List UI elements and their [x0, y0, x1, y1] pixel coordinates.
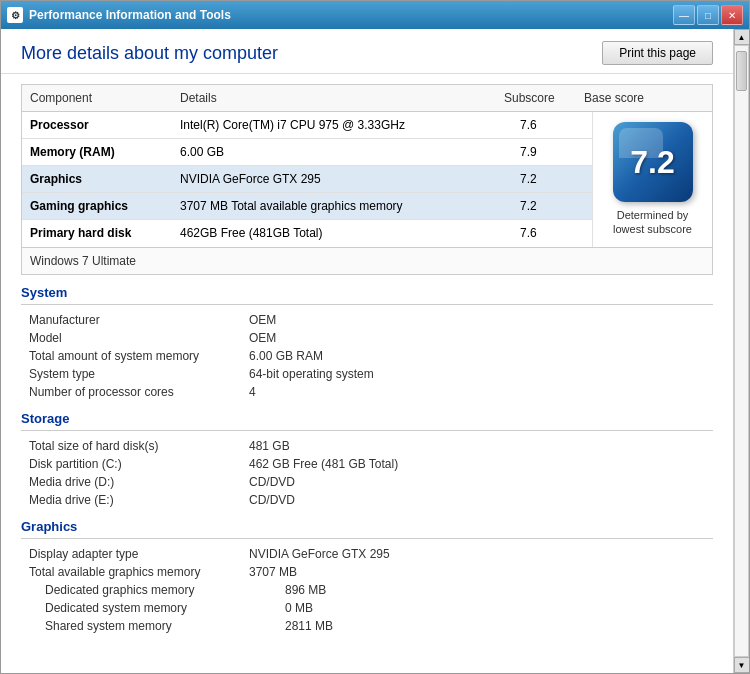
performance-table: Component Details Subscore Base score Pr…	[21, 84, 713, 275]
main-content: More details about my computer Print thi…	[1, 29, 733, 673]
row-component: Memory (RAM)	[22, 139, 172, 165]
info-label: Number of processor cores	[29, 385, 249, 399]
maximize-button[interactable]: □	[697, 5, 719, 25]
print-button[interactable]: Print this page	[602, 41, 713, 65]
content-area: More details about my computer Print thi…	[1, 29, 749, 673]
info-value: 4	[249, 385, 705, 399]
storage-section-title: Storage	[21, 411, 713, 431]
info-row: Total amount of system memory 6.00 GB RA…	[21, 347, 713, 365]
page-header: More details about my computer Print thi…	[1, 29, 733, 74]
info-row: Disk partition (C:) 462 GB Free (481 GB …	[21, 455, 713, 473]
system-section: System Manufacturer OEM Model OEM Total …	[21, 285, 713, 401]
col-subscore: Subscore	[504, 91, 584, 105]
info-value: 462 GB Free (481 GB Total)	[249, 457, 705, 471]
info-value: 481 GB	[249, 439, 705, 453]
close-button[interactable]: ✕	[721, 5, 743, 25]
info-value: 3707 MB	[249, 565, 705, 579]
info-row: Media drive (E:) CD/DVD	[21, 491, 713, 509]
info-value: 6.00 GB RAM	[249, 349, 705, 363]
info-row: Total size of hard disk(s) 481 GB	[21, 437, 713, 455]
table-row: Gaming graphics 3707 MB Total available …	[22, 193, 592, 220]
col-component: Component	[30, 91, 180, 105]
system-section-title: System	[21, 285, 713, 305]
row-subscore: 7.2	[512, 166, 592, 192]
row-subscore: 7.2	[512, 193, 592, 219]
row-component: Primary hard disk	[22, 220, 172, 246]
info-row: System type 64-bit operating system	[21, 365, 713, 383]
info-row: Shared system memory 2811 MB	[21, 617, 713, 635]
page-title: More details about my computer	[21, 43, 278, 64]
title-bar-buttons: — □ ✕	[673, 5, 743, 25]
table-row: Processor Intel(R) Core(TM) i7 CPU 975 @…	[22, 112, 592, 139]
info-label: Dedicated graphics memory	[45, 583, 285, 597]
info-label: Shared system memory	[45, 619, 285, 633]
info-value: 2811 MB	[285, 619, 705, 633]
window-icon: ⚙	[7, 7, 23, 23]
row-details: NVIDIA GeForce GTX 295	[172, 166, 512, 192]
info-row: Dedicated system memory 0 MB	[21, 599, 713, 617]
graphics-section-title: Graphics	[21, 519, 713, 539]
scroll-thumb[interactable]	[736, 51, 747, 91]
graphics-section: Graphics Display adapter type NVIDIA GeF…	[21, 519, 713, 635]
info-label: Display adapter type	[29, 547, 249, 561]
scroll-down-arrow[interactable]: ▼	[734, 657, 750, 673]
info-row: Total available graphics memory 3707 MB	[21, 563, 713, 581]
row-component: Gaming graphics	[22, 193, 172, 219]
row-component: Processor	[22, 112, 172, 138]
table-row: Memory (RAM) 6.00 GB 7.9	[22, 139, 592, 166]
table-header: Component Details Subscore Base score	[22, 85, 712, 112]
info-row: Model OEM	[21, 329, 713, 347]
info-row: Dedicated graphics memory 896 MB	[21, 581, 713, 599]
info-value: NVIDIA GeForce GTX 295	[249, 547, 705, 561]
col-base-score: Base score	[584, 91, 704, 105]
row-details: 462GB Free (481GB Total)	[172, 220, 512, 246]
scroll-track[interactable]	[734, 45, 749, 657]
base-score-panel: 7.2 Determined by lowest subscore	[592, 112, 712, 247]
table-row: Primary hard disk 462GB Free (481GB Tota…	[22, 220, 592, 246]
table-row: Graphics NVIDIA GeForce GTX 295 7.2	[22, 166, 592, 193]
scroll-up-arrow[interactable]: ▲	[734, 29, 750, 45]
info-label: Manufacturer	[29, 313, 249, 327]
info-row: Display adapter type NVIDIA GeForce GTX …	[21, 545, 713, 563]
info-label: Model	[29, 331, 249, 345]
info-row: Manufacturer OEM	[21, 311, 713, 329]
col-details: Details	[180, 91, 504, 105]
row-details: 6.00 GB	[172, 139, 512, 165]
info-label: Total size of hard disk(s)	[29, 439, 249, 453]
info-value: 64-bit operating system	[249, 367, 705, 381]
info-value: OEM	[249, 331, 705, 345]
row-details: Intel(R) Core(TM) i7 CPU 975 @ 3.33GHz	[172, 112, 512, 138]
info-value: CD/DVD	[249, 475, 705, 489]
window-title: Performance Information and Tools	[29, 8, 673, 22]
info-label: Media drive (E:)	[29, 493, 249, 507]
info-value: OEM	[249, 313, 705, 327]
info-row: Number of processor cores 4	[21, 383, 713, 401]
info-label: Dedicated system memory	[45, 601, 285, 615]
score-description: Determined by lowest subscore	[613, 208, 692, 237]
row-subscore: 7.9	[512, 139, 592, 165]
table-body: Processor Intel(R) Core(TM) i7 CPU 975 @…	[22, 112, 712, 247]
info-value: 0 MB	[285, 601, 705, 615]
info-label: Media drive (D:)	[29, 475, 249, 489]
info-label: Total available graphics memory	[29, 565, 249, 579]
row-details: 3707 MB Total available graphics memory	[172, 193, 512, 219]
window: ⚙ Performance Information and Tools — □ …	[0, 0, 750, 674]
info-value: CD/DVD	[249, 493, 705, 507]
info-row: Media drive (D:) CD/DVD	[21, 473, 713, 491]
windows-version: Windows 7 Ultimate	[22, 247, 712, 274]
row-component: Graphics	[22, 166, 172, 192]
score-badge: 7.2	[613, 122, 693, 202]
row-subscore: 7.6	[512, 220, 592, 246]
info-label: Total amount of system memory	[29, 349, 249, 363]
scrollbar[interactable]: ▲ ▼	[733, 29, 749, 673]
table-rows: Processor Intel(R) Core(TM) i7 CPU 975 @…	[22, 112, 592, 247]
row-subscore: 7.6	[512, 112, 592, 138]
info-value: 896 MB	[285, 583, 705, 597]
title-bar: ⚙ Performance Information and Tools — □ …	[1, 1, 749, 29]
info-label: Disk partition (C:)	[29, 457, 249, 471]
storage-section: Storage Total size of hard disk(s) 481 G…	[21, 411, 713, 509]
score-value: 7.2	[630, 144, 674, 181]
info-label: System type	[29, 367, 249, 381]
minimize-button[interactable]: —	[673, 5, 695, 25]
